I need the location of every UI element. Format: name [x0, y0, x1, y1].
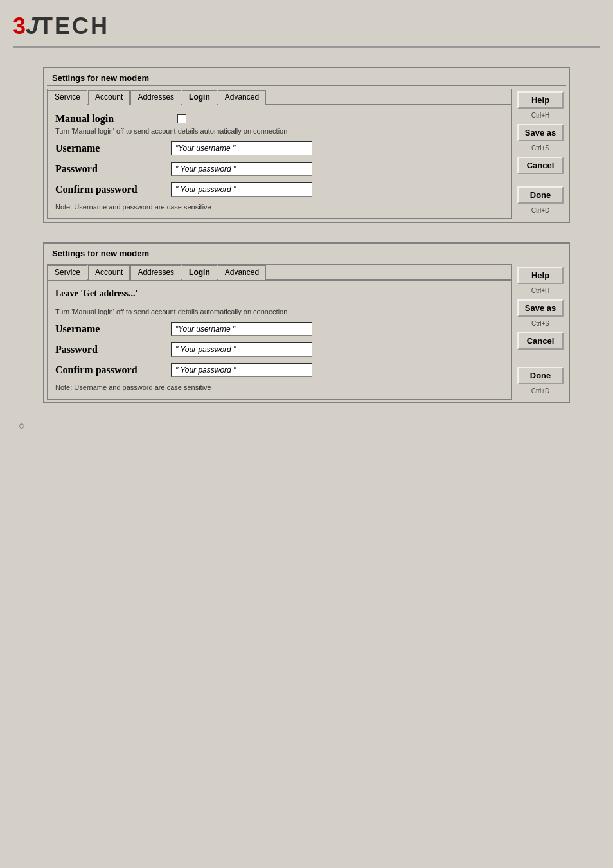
tab-service-1[interactable]: Service — [48, 90, 87, 105]
done-button-2[interactable]: Done — [517, 367, 564, 384]
dialog1-description: Turn 'Manual login' off to send account … — [55, 127, 504, 135]
cancel-button-1[interactable]: Cancel — [517, 157, 564, 174]
dialog2: Settings for new modem Service Account A… — [43, 242, 570, 403]
tab-service-2[interactable]: Service — [48, 265, 87, 280]
help-shortcut-2: Ctrl+H — [517, 287, 564, 294]
password-row-2: Password — [55, 342, 504, 357]
dialog2-form: Leave 'Get address...' Turn 'Manual logi… — [48, 281, 511, 399]
dialog1-note: Note: Username and password are case sen… — [55, 203, 504, 211]
tab-login-2[interactable]: Login — [182, 265, 217, 280]
password-input-1[interactable] — [171, 162, 312, 176]
dialog2-content: Service Account Addresses Login Advanced… — [47, 264, 566, 400]
help-button-1[interactable]: Help — [517, 91, 564, 109]
tab-login-1[interactable]: Login — [182, 90, 217, 105]
save-shortcut-1: Ctrl+S — [517, 145, 564, 152]
leave-get-address-row: Leave 'Get address...' — [55, 288, 504, 301]
save-as-button-1[interactable]: Save as — [517, 124, 564, 141]
logo-section: 3 J TECH — [13, 13, 600, 48]
dialog2-description: Turn 'Manual login' off to send account … — [55, 308, 504, 315]
help-shortcut-1: Ctrl+H — [517, 112, 564, 119]
manual-login-checkbox[interactable] — [177, 114, 186, 123]
logo-tech: TECH — [39, 13, 109, 40]
tab-advanced-2[interactable]: Advanced — [218, 265, 266, 280]
dialog2-sidebar: Help Ctrl+H Save as Ctrl+S Cancel Done C… — [515, 264, 566, 400]
logo-j: J — [26, 13, 39, 40]
dialog1-tab-bar: Service Account Addresses Login Advanced — [48, 89, 511, 105]
dialog1: Settings for new modem Service Account A… — [43, 67, 570, 223]
dialog2-note: Note: Username and password are case sen… — [55, 384, 504, 391]
confirm-password-input-2[interactable] — [171, 363, 312, 377]
manual-login-label: Manual login — [55, 113, 171, 125]
confirm-password-row-2: Confirm password — [55, 363, 504, 377]
username-input-2[interactable] — [171, 322, 312, 336]
username-row-1: Username — [55, 141, 504, 155]
dialog2-title: Settings for new modem — [47, 246, 566, 261]
save-shortcut-2: Ctrl+S — [517, 320, 564, 327]
done-shortcut-2: Ctrl+D — [517, 387, 564, 394]
dialog1-container: Settings for new modem Service Account A… — [13, 67, 600, 223]
manual-login-row: Manual login — [55, 113, 504, 125]
password-label-2: Password — [55, 344, 171, 355]
tab-addresses-2[interactable]: Addresses — [130, 265, 181, 280]
tab-account-2[interactable]: Account — [88, 265, 130, 280]
dialog1-main: Service Account Addresses Login Advanced… — [47, 89, 512, 219]
username-row-2: Username — [55, 322, 504, 336]
tab-advanced-1[interactable]: Advanced — [218, 90, 266, 105]
confirm-password-label-2: Confirm password — [55, 364, 171, 376]
dialog2-tab-bar: Service Account Addresses Login Advanced — [48, 265, 511, 281]
confirm-password-row-1: Confirm password — [55, 182, 504, 197]
save-as-button-2[interactable]: Save as — [517, 299, 564, 317]
dialog1-title: Settings for new modem — [47, 71, 566, 86]
dialog1-form: Manual login Turn 'Manual login' off to … — [48, 105, 511, 218]
copyright: © — [19, 423, 600, 430]
dialog2-main: Service Account Addresses Login Advanced… — [47, 264, 512, 400]
done-button-1[interactable]: Done — [517, 186, 564, 204]
dialog1-content: Service Account Addresses Login Advanced… — [47, 89, 566, 219]
logo-number: 3 — [13, 13, 26, 40]
confirm-password-label-1: Confirm password — [55, 184, 171, 195]
help-button-2[interactable]: Help — [517, 267, 564, 284]
dialog1-sidebar: Help Ctrl+H Save as Ctrl+S Cancel Done C… — [515, 89, 566, 219]
username-label-1: Username — [55, 143, 171, 154]
password-label-1: Password — [55, 163, 171, 175]
username-input-1[interactable] — [171, 141, 312, 155]
password-input-2[interactable] — [171, 342, 312, 357]
username-label-2: Username — [55, 323, 171, 335]
tab-account-1[interactable]: Account — [88, 90, 130, 105]
password-row-1: Password — [55, 162, 504, 176]
cancel-button-2[interactable]: Cancel — [517, 332, 564, 350]
dialog2-container: Settings for new modem Service Account A… — [13, 242, 600, 403]
leave-get-address-label: Leave 'Get address...' — [55, 288, 171, 299]
confirm-password-input-1[interactable] — [171, 182, 312, 197]
tab-addresses-1[interactable]: Addresses — [130, 90, 181, 105]
done-shortcut-1: Ctrl+D — [517, 207, 564, 214]
